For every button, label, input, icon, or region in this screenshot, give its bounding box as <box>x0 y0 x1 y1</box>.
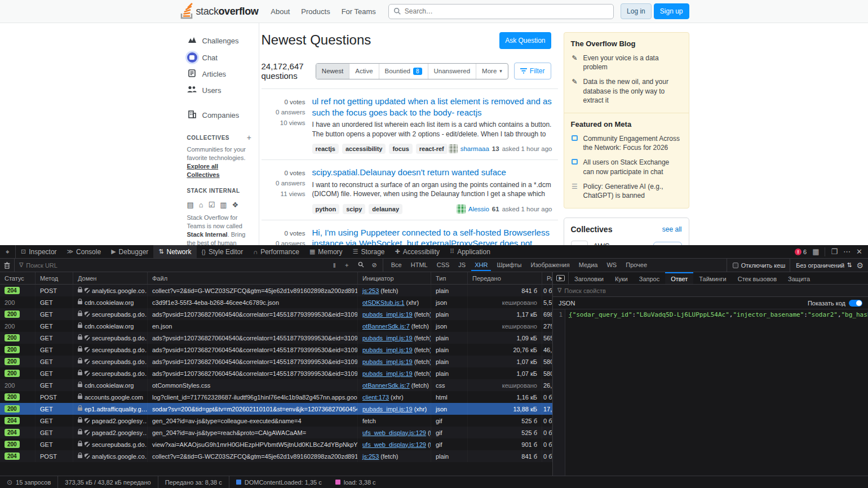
user-link[interactable]: sharmaaa <box>460 145 489 152</box>
initiator-link[interactable]: pubads_impl.js:19 <box>362 370 413 377</box>
details-panel-toggle-icon[interactable]: ▶ <box>553 272 569 284</box>
sidebar-item-articles[interactable]: Articles <box>179 66 259 82</box>
type-filter-ws[interactable]: WS <box>603 260 620 271</box>
close-devtools-icon[interactable]: ✕ <box>856 247 862 256</box>
type-filter-шрифты[interactable]: Шрифты <box>493 260 525 271</box>
show-code-toggle[interactable]: Показать код <box>808 300 862 307</box>
responsive-mode-icon[interactable]: ❐ <box>831 247 838 256</box>
type-filter-изображения[interactable]: Изображения <box>528 260 573 271</box>
see-all-link[interactable]: see all <box>662 225 682 233</box>
network-request-row[interactable]: 200GETcdn.cookielaw.orgc3d9f1e3-55f3-4eb… <box>0 296 552 308</box>
tag-react-ref[interactable]: react-ref <box>416 144 448 154</box>
sort-tab-more[interactable]: More▾ <box>476 64 508 79</box>
url-filter-input[interactable] <box>26 262 323 269</box>
column-header-передано[interactable]: Передано <box>468 272 542 284</box>
pick-element-icon[interactable]: ⌖ <box>0 245 16 258</box>
type-filter-медиа[interactable]: Медиа <box>575 260 601 271</box>
error-count-badge[interactable]: ! 6 <box>795 249 807 255</box>
devtools-tab-performance[interactable]: ∩Performance <box>248 245 304 258</box>
sort-tab-newest[interactable]: Newest <box>316 64 349 79</box>
devtools-tab-style-editor[interactable]: {}Style Editor <box>197 245 249 258</box>
column-header-инициатор[interactable]: Инициатор <box>358 272 431 284</box>
search-input[interactable] <box>405 7 609 15</box>
devtools-tab-memory[interactable]: ▦Memory <box>304 245 348 258</box>
initiator-link[interactable]: otSDKStub.js:1 <box>362 299 405 306</box>
network-settings-gear-icon[interactable]: ⚙ <box>856 261 863 270</box>
type-filter-css[interactable]: CSS <box>433 260 453 271</box>
blog-item[interactable]: ✎Even your voice is a data problem <box>571 54 682 72</box>
network-request-row[interactable]: 200GETcdn.cookielaw.orgen.jsonotBannerSd… <box>0 320 552 332</box>
question-title-link[interactable]: ul ref not getting updated when a list e… <box>312 96 552 118</box>
sidebar-item-chat[interactable]: Chat <box>179 50 259 65</box>
devtools-tab-storage[interactable]: ☰Storage <box>348 245 390 258</box>
sort-tab-unanswered[interactable]: Unanswered <box>428 64 476 79</box>
network-request-row[interactable]: 200GETsecurepubads.g.do…ads?pvsid=120736… <box>0 332 552 344</box>
add-collective-icon[interactable]: + <box>247 133 252 142</box>
type-filter-все[interactable]: Все <box>388 260 405 271</box>
sort-tab-active[interactable]: Active <box>349 64 378 79</box>
tag-delaunay[interactable]: delaunay <box>369 204 402 214</box>
devtools-tab-network[interactable]: ⇅Network <box>153 245 196 258</box>
network-request-row[interactable]: 200GETsecurepubads.g.do…ads?pvsid=120736… <box>0 308 552 320</box>
details-tab-тайминги[interactable]: Тайминги <box>693 272 732 284</box>
initiator-link[interactable]: pubads_impl.js:19 <box>362 347 413 353</box>
signup-button[interactable]: Sign up <box>654 3 689 19</box>
details-tab-защита[interactable]: Защита <box>782 272 816 284</box>
devtools-tab-debugger[interactable]: ▶Debugger <box>106 245 153 258</box>
details-tab-заголовки[interactable]: Заголовки <box>569 272 609 284</box>
iframe-picker-icon[interactable]: ▦ <box>812 247 819 256</box>
network-request-row[interactable]: 200GETep1.adtrafficquality.g…sodar?sv=20… <box>0 403 552 415</box>
login-button[interactable]: Log in <box>621 3 652 19</box>
meatball-menu-icon[interactable]: ⋯ <box>843 247 851 256</box>
block-icon[interactable]: ⊘ <box>372 261 377 269</box>
tag-scipy[interactable]: scipy <box>343 204 365 214</box>
nav-link-about[interactable]: About <box>265 4 295 19</box>
tag-accessibility[interactable]: accessibility <box>342 144 386 154</box>
network-request-row[interactable]: 200GETsecurepubads.g.do…ads?pvsid=120736… <box>0 367 552 379</box>
sort-tab-bountied[interactable]: Bountied8 <box>379 64 428 79</box>
type-filter-прочее[interactable]: Прочее <box>622 260 650 271</box>
devtools-tab-accessibility[interactable]: ✚Accessibility <box>390 245 445 258</box>
network-request-row[interactable]: 200POSTaccounts.google.comlog?client_id=… <box>0 391 552 403</box>
url-filter[interactable]: ∇ <box>15 259 327 272</box>
initiator-link[interactable]: pubads_impl.js:19 <box>362 335 413 341</box>
details-tab-стек-вызовов[interactable]: Стек вызовов <box>732 272 782 284</box>
sidebar-item-companies[interactable]: Companies <box>179 108 259 123</box>
column-header-файл[interactable]: Файл <box>148 272 358 284</box>
details-tab-куки[interactable]: Куки <box>609 272 634 284</box>
response-code-view[interactable]: 1 {"sodar_query_id":"L8uVadq5D-Lj6LUPppL… <box>553 309 868 476</box>
initiator-link[interactable]: js:253 <box>362 287 379 294</box>
details-tab-запрос[interactable]: Запрос <box>634 272 665 284</box>
devtools-tab-console[interactable]: ≫Console <box>62 245 107 258</box>
initiator-link[interactable]: otBannerSdk.js:7 <box>362 323 410 330</box>
type-filter-xhr[interactable]: XHR <box>471 260 491 271</box>
nav-link-products[interactable]: Products <box>295 4 335 19</box>
column-header-метод[interactable]: Метод <box>36 272 73 284</box>
type-filter-html[interactable]: HTML <box>408 260 431 271</box>
column-header-ра[interactable]: Ра <box>542 272 552 284</box>
network-request-row[interactable]: 204POSTanalytics.google.co…collect?v=2&t… <box>0 285 552 296</box>
network-request-row[interactable]: 204GETpagead2.googlesy…gen_204?id=av-js&… <box>0 415 552 427</box>
network-request-row[interactable]: 204POSTanalytics.google.co…collect?v=2&t… <box>0 450 552 462</box>
sidebar-item-challenges[interactable]: Challenges <box>179 33 259 48</box>
initiator-link[interactable]: otBannerSdk.js:7 <box>362 382 410 389</box>
tag-focus[interactable]: focus <box>389 144 412 154</box>
performance-gauge-icon[interactable]: ⊙ <box>7 478 12 486</box>
devtools-tab-application[interactable]: ⠿Application <box>445 245 495 258</box>
meta-item[interactable]: Community Engagement Across the Network:… <box>571 134 682 152</box>
network-request-row[interactable]: 204GETpagead2.googlesy…gen_204?id=av-js&… <box>0 427 552 438</box>
initiator-link[interactable]: pubads_impl.js:19 <box>362 311 413 318</box>
question-title-link[interactable]: Hi, I'm using Puppeteer connected to a s… <box>312 227 552 246</box>
add-icon[interactable]: ＋ <box>344 261 350 269</box>
user-link[interactable]: Alessio <box>468 206 489 212</box>
details-tab-ответ[interactable]: Ответ <box>665 272 693 284</box>
search-box[interactable] <box>388 4 614 19</box>
explore-collectives-link[interactable]: Explore all Collectives <box>187 163 220 178</box>
devtools-tab-inspector[interactable]: ⊡Inspector <box>16 245 62 258</box>
tag-reactjs[interactable]: reactjs <box>312 144 339 154</box>
sidebar-item-users[interactable]: Users <box>179 83 259 97</box>
network-request-row[interactable]: 200GETcdn.cookielaw.orgotCommonStyles.cs… <box>0 379 552 391</box>
meta-item[interactable]: ☰Policy: Generative AI (e.g., ChatGPT) i… <box>571 182 682 200</box>
tag-python[interactable]: python <box>312 204 340 214</box>
toggle-switch[interactable] <box>849 300 862 307</box>
